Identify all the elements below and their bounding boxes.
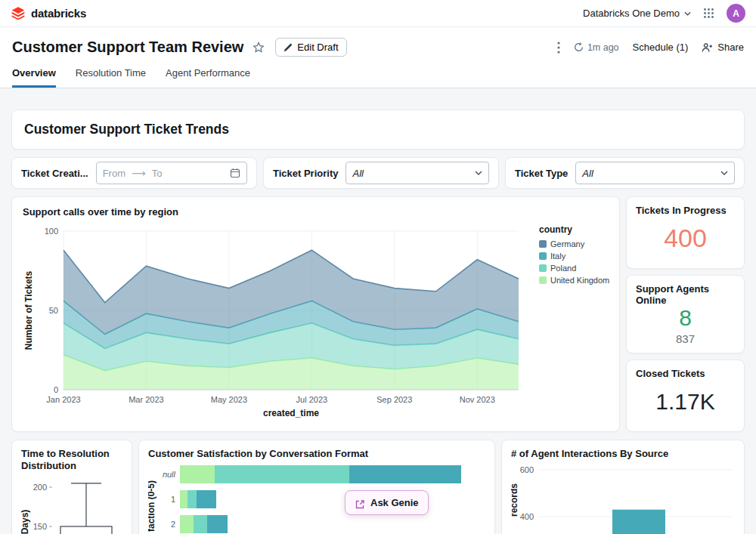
- legend-label: Poland: [550, 264, 576, 273]
- filter-ticket-type: Ticket Type All: [505, 157, 745, 189]
- selected-value: All: [352, 168, 363, 179]
- svg-text:created_time: created_time: [263, 408, 319, 418]
- bottom-charts-row: Time to Resolution Distribution 200150(D…: [11, 440, 745, 534]
- kebab-menu-icon[interactable]: [557, 42, 560, 54]
- svg-text:Sep 2023: Sep 2023: [376, 395, 412, 404]
- svg-text:May 2023: May 2023: [211, 395, 247, 404]
- date-to-placeholder[interactable]: To: [152, 168, 163, 179]
- brand-name: databricks: [31, 7, 86, 20]
- kpi-title: Tickets In Progress: [636, 205, 735, 216]
- schedule-button[interactable]: Schedule (1): [633, 42, 689, 53]
- page-title: Customer Support Team Review: [12, 39, 243, 56]
- kpi-value: 1.17K: [655, 390, 714, 414]
- tab-agent-performance[interactable]: Agent Performance: [166, 67, 250, 88]
- chart-title: Support calls over time by region: [23, 206, 609, 218]
- databricks-logo-icon: [11, 6, 26, 21]
- genie-export-icon: [355, 495, 365, 510]
- legend-item[interactable]: United Kingdom: [539, 276, 612, 285]
- edit-draft-button[interactable]: Edit Draft: [275, 38, 346, 57]
- pencil-icon: [284, 43, 293, 52]
- ticket-type-select[interactable]: All: [575, 162, 735, 184]
- svg-text:100: 100: [45, 227, 58, 236]
- legend-item[interactable]: Italy: [539, 252, 612, 261]
- top-bar: databricks Databricks One Demo A: [0, 0, 756, 27]
- workspace-switcher[interactable]: Databricks One Demo: [583, 8, 691, 19]
- date-from-placeholder[interactable]: From: [103, 168, 125, 179]
- title-row: Customer Support Team Review Edit Draft: [12, 38, 744, 57]
- kpi-title: Support Agents Online: [636, 283, 735, 306]
- refresh-icon: [574, 42, 584, 52]
- legend-label: Italy: [550, 252, 565, 261]
- svg-text:1: 1: [171, 495, 175, 504]
- ask-genie-label: Ask Genie: [370, 497, 419, 508]
- kpi-secondary-value: 837: [676, 332, 695, 345]
- legend-swatch-icon: [539, 252, 547, 260]
- legend-item[interactable]: Germany: [539, 239, 612, 248]
- svg-text:2: 2: [171, 520, 175, 529]
- app: databricks Databricks One Demo A Custome…: [0, 0, 756, 534]
- kpi-closed-tickets: Closed Tickets 1.17K: [626, 360, 745, 432]
- interactions-card: # of Agent Interactions By Source 600400…: [501, 440, 745, 534]
- ticket-priority-select[interactable]: All: [345, 162, 489, 184]
- legend-title: country: [539, 224, 612, 235]
- csat-chart: null12faction (0-5): [148, 464, 481, 534]
- legend-label: United Kingdom: [550, 276, 609, 285]
- share-button[interactable]: Share: [702, 42, 744, 53]
- chevron-down-icon: [475, 171, 482, 175]
- svg-text:faction (0-5): faction (0-5): [148, 480, 156, 532]
- legend-item[interactable]: Poland: [539, 264, 612, 273]
- chevron-down-icon: [720, 171, 728, 175]
- legend-swatch-icon: [539, 240, 547, 248]
- chevron-down-icon: [684, 11, 691, 16]
- kpi-column: Tickets In Progress 400 Support Agents O…: [626, 196, 745, 432]
- favorite-star-icon[interactable]: [253, 42, 265, 54]
- header-actions: 1m ago Schedule (1) Share: [557, 42, 744, 54]
- chart-title: Time to Resolution Distribution: [21, 448, 122, 473]
- chart-title: Customer Satisfaction by Conversation Fo…: [148, 448, 485, 460]
- svg-text:(Days): (Days): [21, 509, 30, 534]
- kpi-value: 400: [664, 225, 707, 252]
- svg-text:600: 600: [520, 465, 534, 474]
- svg-text:Mar 2023: Mar 2023: [129, 395, 163, 404]
- chart-title: # of Agent Interactions By Source: [511, 448, 735, 460]
- tab-overview[interactable]: Overview: [12, 67, 56, 88]
- calendar-icon[interactable]: [230, 168, 240, 178]
- chart-legend: country GermanyItalyPolandUnited Kingdom: [539, 224, 612, 288]
- workspace-name: Databricks One Demo: [583, 8, 680, 19]
- apps-grid-icon[interactable]: [703, 8, 714, 19]
- section-title: Customer Support Ticket Trends: [24, 122, 732, 137]
- refresh-age: 1m ago: [587, 42, 619, 53]
- svg-text:150: 150: [33, 522, 47, 531]
- legend-swatch-icon: [539, 264, 547, 272]
- kpi-value: 8: [679, 306, 692, 330]
- svg-text:Nov 2023: Nov 2023: [460, 395, 495, 404]
- share-person-icon: [702, 42, 713, 53]
- legend-label: Germany: [550, 239, 584, 248]
- avatar[interactable]: A: [727, 4, 745, 23]
- refresh-button[interactable]: 1m ago: [574, 42, 619, 53]
- csat-card: Customer Satisfaction by Conversation Fo…: [138, 440, 495, 534]
- arrow-right-icon: ⟶: [132, 168, 146, 179]
- selected-value: All: [582, 168, 593, 179]
- filter-label: Ticket Type: [515, 168, 568, 179]
- kpi-title: Closed Tickets: [636, 368, 735, 379]
- svg-text:null: null: [163, 470, 176, 479]
- date-range-input[interactable]: From ⟶ To: [96, 162, 247, 184]
- share-label: Share: [717, 42, 744, 53]
- svg-text:records: records: [511, 483, 519, 517]
- kpi-tickets-in-progress: Tickets In Progress 400: [626, 196, 745, 269]
- home-brand-link[interactable]: databricks: [11, 6, 86, 21]
- tab-resolution-time[interactable]: Resolution Time: [76, 67, 146, 88]
- svg-text:400: 400: [520, 512, 534, 521]
- filter-ticket-priority: Ticket Priority All: [263, 157, 499, 189]
- resolution-time-card: Time to Resolution Distribution 200150(D…: [11, 440, 132, 534]
- topbar-right: Databricks One Demo A: [583, 4, 745, 23]
- edit-draft-label: Edit Draft: [297, 42, 338, 53]
- filter-label: Ticket Priority: [273, 168, 338, 179]
- svg-text:Jul 2023: Jul 2023: [296, 395, 328, 404]
- page-header: Customer Support Team Review Edit Draft: [0, 27, 756, 88]
- dashboard-canvas: Customer Support Ticket Trends Ticket Cr…: [0, 88, 756, 534]
- ask-genie-button[interactable]: Ask Genie: [345, 490, 429, 515]
- svg-text:0: 0: [54, 385, 58, 394]
- kpi-support-agents-online: Support Agents Online 8 837: [626, 275, 745, 353]
